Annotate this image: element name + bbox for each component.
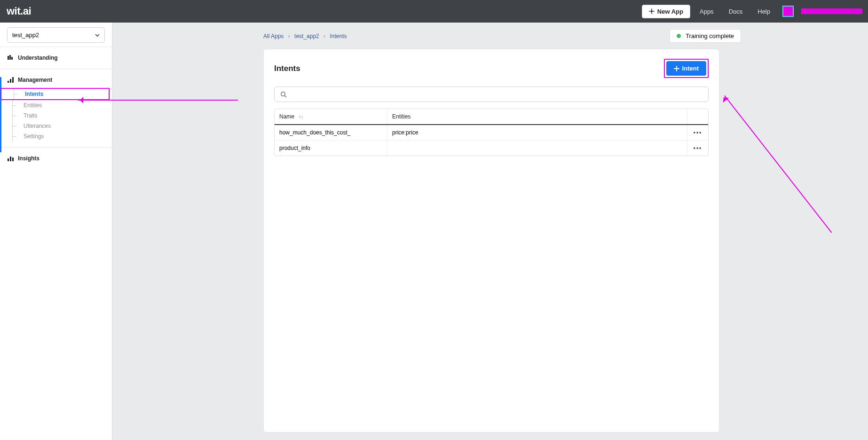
sidebar: test_app2 Understanding Management Inten [0,23,112,440]
sidebar-item-utterances[interactable]: Utterances [0,121,112,131]
svg-point-9 [281,92,285,95]
cell-entities: price:price [387,125,687,140]
annotation-highlight: Intent [664,59,709,78]
search-input[interactable] [291,91,702,98]
svg-rect-2 [11,57,13,60]
plus-icon [674,66,679,71]
management-icon [8,77,14,83]
status-dot-icon [677,34,681,38]
intents-card: Intents Intent [263,49,719,432]
sidebar-item-traits[interactable]: Traits [0,110,112,121]
new-app-label: New App [657,8,683,15]
column-entities-label: Entities [392,113,410,120]
svg-rect-0 [8,56,9,60]
section-understanding[interactable]: Understanding [0,47,112,69]
status-text: Training complete [686,32,734,39]
sidebar-item-label: Traits [17,112,38,119]
avatar[interactable] [782,6,794,17]
table-header: Name ↑↓ Entities [275,109,708,125]
chevron-right-icon: › [324,33,325,39]
sidebar-item-entities[interactable]: Entities [0,100,112,110]
plus-icon [649,8,655,14]
annotation-arrow [78,100,238,101]
search-icon [280,91,287,98]
username-redacted [801,8,862,14]
svg-rect-1 [9,55,11,60]
sidebar-item-settings[interactable]: Settings [0,131,112,141]
cell-entities [387,141,687,156]
understanding-icon [8,55,14,61]
top-bar: wit.ai New App Apps Docs Help [0,0,868,23]
new-app-button[interactable]: New App [642,5,690,18]
sidebar-item-label: Entities [17,102,42,109]
understanding-label: Understanding [18,55,58,61]
training-status: Training complete [670,29,741,43]
svg-rect-8 [12,157,14,161]
intents-table: Name ↑↓ Entities how_much_does_this_cost… [274,109,709,156]
sidebar-item-label: Settings [17,133,44,140]
svg-rect-4 [10,79,11,83]
column-entities[interactable]: Entities [387,109,687,124]
section-management: Management Intents Entities Traits Utter… [0,69,112,147]
breadcrumb-item[interactable]: All Apps [263,33,284,39]
more-icon[interactable]: ••• [694,129,702,136]
nav-docs[interactable]: Docs [723,4,749,19]
more-icon[interactable]: ••• [694,145,702,151]
management-items: Intents Entities Traits Utterances Setti… [0,86,112,142]
add-intent-label: Intent [682,65,699,72]
cell-name: how_much_does_this_cost_ [275,125,387,140]
brand-logo[interactable]: wit.ai [7,5,31,17]
table-row[interactable]: how_much_does_this_cost_ price:price ••• [275,125,708,140]
section-insights[interactable]: Insights [0,147,112,169]
svg-rect-5 [12,77,14,83]
column-actions [687,109,708,124]
management-header[interactable]: Management [0,74,112,86]
sort-icon: ↑↓ [299,114,303,119]
page-title: Intents [274,64,300,73]
add-intent-button[interactable]: Intent [666,61,706,76]
breadcrumb-item[interactable]: Intents [330,33,347,39]
insights-label: Insights [18,155,39,162]
svg-rect-6 [8,158,9,161]
nav-apps[interactable]: Apps [694,4,719,19]
table-row[interactable]: product_info ••• [275,140,708,156]
breadcrumb-item[interactable]: test_app2 [294,33,319,39]
column-name[interactable]: Name ↑↓ [275,109,387,124]
search-box[interactable] [274,86,709,102]
column-name-label: Name [279,113,294,120]
annotation-arrow [724,96,725,270]
svg-rect-3 [8,81,9,83]
sidebar-item-label: Intents [18,91,43,97]
sidebar-item-intents[interactable]: Intents [0,88,110,100]
sidebar-item-label: Utterances [17,123,51,129]
chevron-right-icon: › [288,33,290,39]
svg-rect-7 [10,157,11,161]
topbar-right: New App Apps Docs Help [642,4,862,19]
management-label: Management [18,77,52,83]
main-area: All Apps › test_app2 › Intents Training … [112,23,868,440]
cell-name: product_info [275,141,387,156]
breadcrumb: All Apps › test_app2 › Intents [263,33,347,39]
nav-help[interactable]: Help [752,4,776,19]
insights-icon [8,156,14,161]
